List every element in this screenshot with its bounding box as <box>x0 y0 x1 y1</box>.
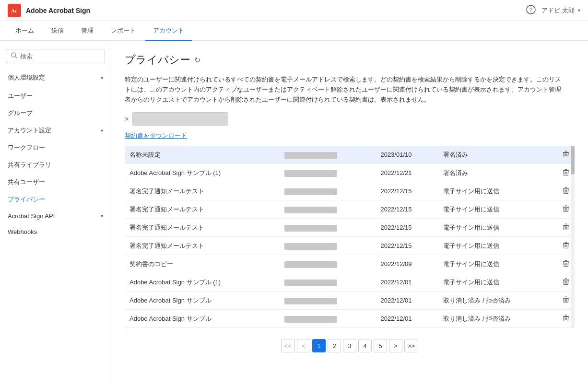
sidebar-item-webhooks[interactable]: Webhooks <box>0 224 111 240</box>
pagination-prev[interactable]: < <box>297 339 310 352</box>
svg-rect-52 <box>565 315 567 316</box>
pagination-next[interactable]: > <box>389 339 402 352</box>
delete-icon[interactable] <box>562 206 570 214</box>
contract-status: 電子サイン用に送信 <box>438 273 557 292</box>
contract-status: 取り消し済み / 拒否済み <box>438 292 557 310</box>
sidebar-item-privacy[interactable]: プライバシー <box>0 191 111 208</box>
delete-icon[interactable] <box>562 297 570 305</box>
masked-value <box>284 280 337 286</box>
table-row: 署名完了通知メールテスト2022/12/15電子サイン用に送信 <box>125 237 575 255</box>
contract-masked <box>280 310 376 328</box>
download-contracts-link[interactable]: 契約書をダウンロード <box>125 131 575 140</box>
table-row: 契約書のコピー2022/12/09電子サイン用に送信 <box>125 255 575 273</box>
contract-date: 2022/12/01 <box>376 292 438 310</box>
pagination-page-4[interactable]: 4 <box>358 339 372 352</box>
contract-date: 2022/12/21 <box>376 164 438 182</box>
delete-icon[interactable] <box>562 279 570 287</box>
svg-rect-7 <box>565 151 567 152</box>
contract-masked <box>280 292 376 310</box>
chevron-down-icon: ▾ <box>101 213 103 219</box>
sidebar-item-api[interactable]: Acrobat Sign API ▾ <box>0 208 111 224</box>
nav-item-account[interactable]: アカウント <box>145 22 192 41</box>
contract-name: Adobe Acrobat Sign サンプル <box>125 310 280 328</box>
delete-icon[interactable] <box>562 315 570 323</box>
table-row: Adobe Acrobat Sign サンプル (1)2022/12/21署名済… <box>125 164 575 182</box>
sidebar-item-personal-settings[interactable]: 個人環境設定 ▾ <box>0 69 111 86</box>
delete-icon[interactable] <box>562 260 570 268</box>
pagination-row: << < 1 2 3 4 5 > >> <box>125 332 575 359</box>
topbar-left: Ac Adobe Acrobat Sign <box>8 4 90 17</box>
contract-status: 電子サイン用に送信 <box>438 219 557 237</box>
nav-item-report[interactable]: レポート <box>103 22 143 41</box>
pagination-first[interactable]: << <box>281 339 295 352</box>
masked-value <box>284 298 337 304</box>
topbar-right: ? アドビ 太郎 ▾ <box>526 5 580 16</box>
sidebar-item-account-settings[interactable]: アカウント設定 ▾ <box>0 122 111 139</box>
contract-masked <box>280 273 376 292</box>
sidebar-item-workflow[interactable]: ワークフロー <box>0 139 111 156</box>
user-name: アドビ 太郎 <box>541 6 575 15</box>
contracts-table: 名称未設定2023/01/10署名済みAdobe Acrobat Sign サン… <box>125 146 575 328</box>
contract-date: 2022/12/15 <box>376 219 438 237</box>
contract-date: 2022/12/15 <box>376 237 438 255</box>
contract-masked <box>280 219 376 237</box>
user-menu[interactable]: アドビ 太郎 ▾ <box>541 6 580 15</box>
nav-item-home[interactable]: ホーム <box>8 22 42 41</box>
delete-icon[interactable] <box>562 242 570 250</box>
scrollbar-track[interactable] <box>571 146 575 328</box>
pagination-last[interactable]: >> <box>404 339 418 352</box>
svg-rect-17 <box>565 187 567 188</box>
masked-value <box>284 170 337 177</box>
contract-date: 2023/01/10 <box>376 146 438 164</box>
nav: ホーム 送信 管理 レポート アカウント <box>0 21 588 41</box>
search-input[interactable] <box>20 53 100 60</box>
pagination-page-3[interactable]: 3 <box>343 339 356 352</box>
contract-name: 署名完了通知メールテスト <box>125 219 280 237</box>
sidebar-item-users[interactable]: ユーザー <box>0 87 111 105</box>
delete-icon[interactable] <box>562 187 570 196</box>
contract-name: 署名完了通知メールテスト <box>125 237 280 255</box>
delete-icon[interactable] <box>562 151 570 159</box>
svg-rect-37 <box>565 260 567 261</box>
masked-value <box>284 207 337 213</box>
pagination-page-2[interactable]: 2 <box>328 339 341 352</box>
close-icon[interactable]: × <box>125 115 129 123</box>
table-row: 名称未設定2023/01/10署名済み <box>125 146 575 164</box>
help-icon[interactable]: ? <box>526 5 536 16</box>
sidebar-item-shared-users[interactable]: 共有ユーザー <box>0 174 111 191</box>
topbar: Ac Adobe Acrobat Sign ? アドビ 太郎 ▾ <box>0 0 588 21</box>
main-content: プライバシー ↻ 特定のユーザーに関連付けられているすべての契約書を電子メールア… <box>111 41 588 385</box>
svg-rect-47 <box>565 297 567 298</box>
svg-text:?: ? <box>529 7 533 13</box>
filter-input[interactable] <box>132 112 228 126</box>
app-logo: Ac <box>8 4 21 17</box>
contract-name: 署名完了通知メールテスト <box>125 200 280 219</box>
masked-value <box>284 243 337 250</box>
svg-rect-42 <box>565 279 567 280</box>
svg-rect-22 <box>565 206 567 207</box>
search-filter-row: × <box>125 112 575 126</box>
contract-status: 署名済み <box>438 146 557 164</box>
sidebar-group-personal: 個人環境設定 ▾ <box>0 69 111 86</box>
svg-rect-27 <box>565 224 567 225</box>
delete-icon[interactable] <box>562 224 570 232</box>
table-row: 署名完了通知メールテスト2022/12/15電子サイン用に送信 <box>125 200 575 219</box>
pagination-page-1[interactable]: 1 <box>312 339 326 352</box>
svg-line-5 <box>15 57 17 58</box>
sidebar-item-shared-library[interactable]: 共有ライブラリ <box>0 156 111 174</box>
nav-item-manage[interactable]: 管理 <box>73 22 101 41</box>
table-row: Adobe Acrobat Sign サンプル2022/12/01取り消し済み … <box>125 292 575 310</box>
svg-rect-12 <box>565 169 567 170</box>
pagination-page-5[interactable]: 5 <box>374 339 387 352</box>
delete-icon[interactable] <box>562 169 570 177</box>
scrollbar-thumb[interactable] <box>571 146 575 175</box>
sidebar-item-groups[interactable]: グループ <box>0 105 111 122</box>
contract-masked <box>280 182 376 200</box>
masked-value <box>284 225 337 232</box>
contract-masked <box>280 164 376 182</box>
search-box[interactable] <box>6 49 105 63</box>
nav-item-send[interactable]: 送信 <box>44 22 71 41</box>
svg-rect-32 <box>565 242 567 243</box>
refresh-icon[interactable]: ↻ <box>194 56 200 65</box>
layout: 個人環境設定 ▾ ユーザー グループ アカウント設定 ▾ ワークフロー 共有ライ… <box>0 41 588 385</box>
